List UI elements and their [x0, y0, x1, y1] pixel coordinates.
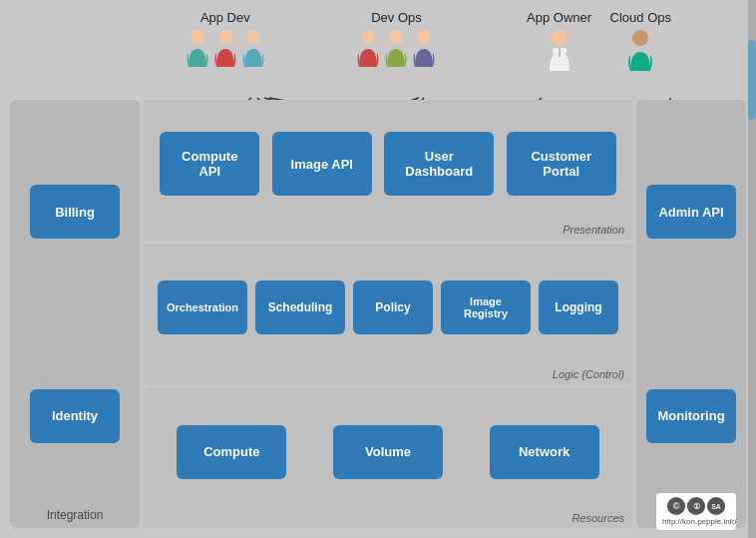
cc-by-symbol: ①: [687, 497, 705, 515]
person-icon: [383, 29, 409, 67]
logic-label: Logic (Control): [553, 368, 624, 380]
person-icon: [212, 29, 238, 67]
integration-label: Integration: [10, 508, 140, 522]
compute-api-box: ComputeAPI: [160, 132, 259, 196]
persona-dev-ops: Dev Ops: [355, 10, 437, 67]
svg-point-2: [246, 30, 260, 44]
monitoring-box: Monitoring: [646, 389, 736, 443]
volume-box: Volume: [333, 425, 443, 479]
persona-cloud-ops-label: Cloud Ops: [610, 10, 671, 25]
persona-app-owner-icons: [545, 29, 574, 71]
main-container: App Dev: [0, 0, 756, 538]
presentation-label: Presentation: [563, 224, 624, 236]
row-logic: Orchestration Scheduling Policy ImageReg…: [144, 244, 632, 383]
cc-sa-symbol: SA: [707, 497, 725, 515]
admin-api-box: Admin API: [646, 185, 736, 239]
identity-box: Identity: [30, 389, 120, 443]
person-icon: [545, 29, 574, 71]
svg-point-6: [552, 30, 567, 46]
resources-label: Resources: [571, 512, 624, 524]
col-center: ComputeAPI Image API UserDashboard Custo…: [144, 100, 632, 528]
persona-app-dev-icons: [185, 29, 266, 67]
svg-point-5: [417, 30, 431, 44]
person-icon: [624, 29, 656, 71]
orchestration-box: Orchestration: [158, 280, 247, 334]
col-management: Admin API Monitoring Management: [636, 100, 746, 528]
person-icon: [411, 29, 437, 67]
scrollbar[interactable]: [748, 0, 756, 538]
svg-point-9: [632, 30, 648, 46]
svg-point-0: [190, 30, 204, 44]
customer-portal-box: CustomerPortal: [507, 132, 616, 196]
persona-app-owner-label: App Owner: [527, 10, 591, 25]
user-dashboard-box: UserDashboard: [384, 132, 494, 196]
persona-cloud-ops: Cloud Ops: [610, 10, 671, 71]
person-icon: [355, 29, 381, 67]
persona-app-owner: App Owner: [527, 10, 591, 71]
cc-icons: © ① SA: [662, 497, 730, 515]
policy-box: Policy: [353, 280, 433, 334]
scheduling-box: Scheduling: [255, 280, 345, 334]
scrollbar-thumb[interactable]: [748, 40, 756, 120]
arch-area: Billing Identity Integration ComputeAPI …: [10, 100, 746, 528]
svg-point-3: [361, 30, 375, 44]
persona-dev-ops-icons: [355, 29, 437, 67]
person-icon: [240, 29, 266, 67]
persona-dev-ops-label: Dev Ops: [371, 10, 422, 25]
network-box: Network: [490, 425, 599, 479]
svg-point-1: [218, 30, 232, 44]
billing-box: Billing: [30, 185, 120, 239]
svg-point-4: [389, 30, 403, 44]
row-resources: Compute Volume Network Resources: [144, 388, 632, 528]
persona-app-dev-label: App Dev: [200, 10, 250, 25]
col-integration: Billing Identity Integration: [10, 100, 140, 528]
cc-symbol: ©: [667, 497, 685, 515]
image-registry-box: ImageRegistry: [441, 280, 531, 334]
compute-box: Compute: [177, 425, 286, 479]
persona-app-dev: App Dev: [185, 10, 266, 67]
row-presentation: ComputeAPI Image API UserDashboard Custo…: [144, 100, 632, 240]
image-api-box: Image API: [272, 132, 372, 196]
logging-box: Logging: [539, 280, 618, 334]
cc-url: http://kon.pepple.info: [662, 517, 730, 526]
person-icon: [185, 29, 210, 67]
cc-license-badge: © ① SA http://kon.pepple.info: [656, 493, 736, 530]
